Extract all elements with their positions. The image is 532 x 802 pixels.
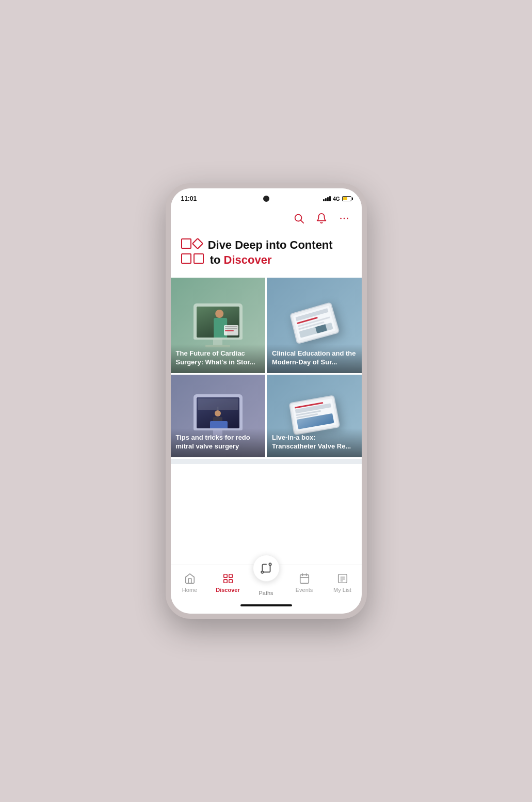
status-bar: 11:01 4G	[171, 188, 362, 207]
hero-icons	[181, 238, 202, 249]
card-future-cardiac[interactable]: The Future of Cardiac Surgery: What's in…	[171, 278, 266, 373]
phone-frame: 11:01 4G	[166, 183, 367, 619]
nav-mylist[interactable]: My List	[327, 572, 358, 593]
home-nav-icon	[184, 572, 196, 585]
nav-home[interactable]: Home	[174, 572, 205, 593]
hero-to: to	[210, 253, 224, 266]
events-icon	[299, 573, 310, 584]
phone-screen: 11:01 4G	[171, 188, 362, 614]
cards-row-2: Tips and tricks for redo mitral valve su…	[171, 375, 362, 457]
hero-line2: to Discover	[181, 253, 351, 268]
svg-line-1	[301, 220, 303, 223]
mylist-nav-label: My List	[333, 587, 351, 593]
more-button[interactable]	[337, 211, 351, 226]
discover-nav-label: Discover	[216, 587, 239, 593]
svg-point-4	[347, 218, 348, 219]
mylist-nav-icon	[336, 572, 349, 585]
home-nav-label: Home	[182, 587, 197, 593]
card-live-box[interactable]: Live-in-a box: Transcatheter Valve Re...	[267, 375, 362, 457]
discover-nav-icon	[222, 572, 234, 585]
card1-overlay: The Future of Cardiac Surgery: What's in…	[171, 344, 266, 373]
home-icon	[184, 573, 196, 584]
hero-icons2	[181, 253, 204, 264]
main-content: Dive Deep into Content to Discover	[171, 230, 362, 565]
paths-fab-button[interactable]	[253, 555, 280, 582]
status-icons: 4G	[323, 196, 351, 202]
signal-icon	[323, 196, 331, 201]
paths-icon	[260, 562, 273, 575]
status-time: 11:01	[181, 195, 197, 202]
svg-rect-8	[229, 580, 232, 583]
discover-icon	[222, 573, 234, 584]
card1-title: The Future of Cardiac Surgery: What's in…	[176, 349, 261, 367]
card4-title: Live-in-a box: Transcatheter Valve Re...	[272, 434, 357, 451]
nav-events[interactable]: Events	[289, 572, 320, 593]
search-button[interactable]	[292, 211, 306, 226]
svg-point-2	[340, 218, 342, 219]
events-nav-label: Events	[296, 587, 313, 593]
bell-icon	[316, 213, 327, 224]
svg-rect-7	[223, 580, 227, 583]
card3-overlay: Tips and tricks for redo mitral valve su…	[171, 428, 266, 457]
search-icon	[293, 213, 304, 224]
svg-rect-5	[223, 574, 227, 578]
svg-rect-11	[300, 575, 309, 584]
bottom-nav: Home Discover	[171, 565, 362, 604]
camera-notch	[263, 196, 269, 202]
card-tips-tricks[interactable]: Tips and tricks for redo mitral valve su…	[171, 375, 266, 457]
card2-overlay: Clinical Education and the Modern-Day of…	[267, 344, 362, 373]
card-clinical-education[interactable]: Clinical Education and the Modern-Day of…	[267, 278, 362, 373]
mylist-icon	[337, 573, 348, 584]
card2-title: Clinical Education and the Modern-Day of…	[272, 349, 357, 367]
home-indicator	[240, 604, 292, 606]
hero-line1: Dive Deep into Content	[208, 238, 333, 251]
battery-icon	[342, 196, 351, 201]
events-nav-icon	[298, 572, 311, 585]
app-header	[171, 207, 362, 230]
notification-button[interactable]	[314, 211, 329, 226]
hero-diamond-icon	[191, 238, 203, 250]
svg-rect-15	[338, 574, 347, 583]
nav-paths[interactable]: Paths	[251, 561, 282, 596]
hero-discover: Discover	[224, 253, 272, 266]
nav-discover[interactable]: Discover	[213, 572, 244, 593]
card4-overlay: Live-in-a box: Transcatheter Valve Re...	[267, 428, 362, 457]
hero-square3-icon	[194, 253, 204, 264]
svg-rect-6	[229, 574, 232, 578]
more-icon	[338, 213, 350, 224]
card3-title: Tips and tricks for redo mitral valve su…	[176, 434, 261, 451]
cards-row-1: The Future of Cardiac Surgery: What's in…	[171, 278, 362, 373]
hero-square2-icon	[181, 253, 191, 264]
hero-square-icon	[181, 238, 191, 249]
hero-title: Dive Deep into Content	[181, 238, 351, 253]
network-type: 4G	[333, 196, 340, 202]
paths-nav-label: Paths	[259, 590, 273, 596]
hero-section: Dive Deep into Content to Discover	[171, 230, 362, 278]
svg-point-3	[343, 218, 345, 219]
